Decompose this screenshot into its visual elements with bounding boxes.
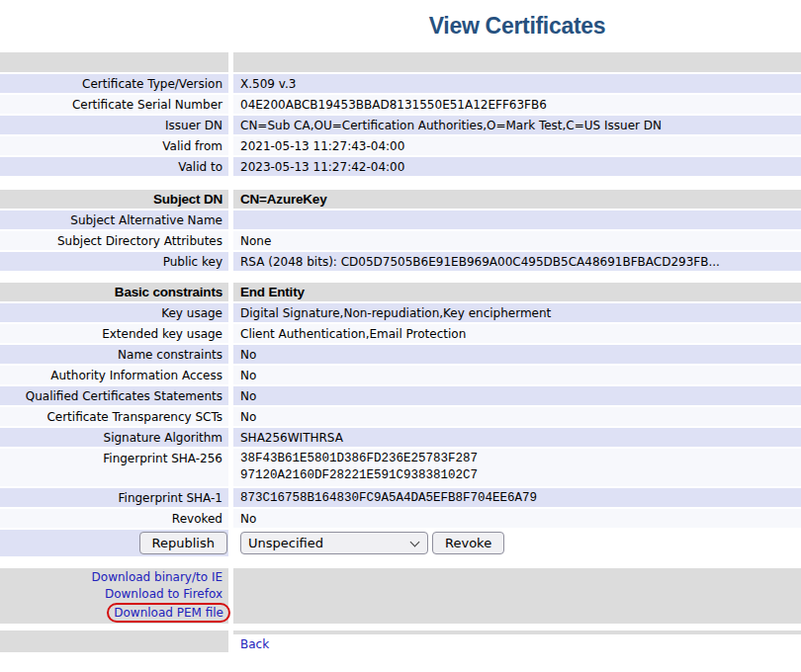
row-value-valid-from: 2021-05-13 11:27:43-04:00 <box>233 136 801 155</box>
row-label-certificate-type: Certificate Type/Version <box>0 74 228 93</box>
table-row: Certificate Serial Number 04E200ABCB1945… <box>0 95 801 114</box>
row-label-name-constraints: Name constraints <box>0 345 228 364</box>
table-row: Fingerprint SHA-256 38F43B61E5801D386FD2… <box>0 449 801 486</box>
fingerprint-sha256-line1: 38F43B61E5801D386FD236E25783F287 <box>240 451 478 467</box>
row-value-key-usage: Digital Signature,Non-repudiation,Key en… <box>233 303 801 322</box>
footer-right: Back <box>233 630 801 652</box>
download-firefox-link[interactable]: Download to Firefox <box>105 586 222 602</box>
republish-button[interactable]: Republish <box>139 532 227 554</box>
table-row: Fingerprint SHA-1 873C16758B164830FC9A5A… <box>0 488 801 507</box>
row-label-extended-key-usage: Extended key usage <box>0 324 228 343</box>
row-label-public-key: Public key <box>0 252 228 271</box>
row-label-key-usage: Key usage <box>0 303 228 322</box>
row-value-issuer-dn: CN=Sub CA,OU=Certification Authorities,O… <box>233 116 801 134</box>
section-header-subject-dn: Subject DN <box>0 190 228 209</box>
actions-row: Republish Unspecified Revoke <box>0 530 801 556</box>
footer-spacer-left <box>0 630 228 652</box>
row-value-fingerprint-sha256: 38F43B61E5801D386FD236E25783F287 97120A2… <box>233 449 801 486</box>
table-row: Subject Alternative Name <box>0 210 801 229</box>
subject-dn-table: Subject DN CN=AzureKey Subject Alternati… <box>0 190 801 271</box>
row-value-valid-to: 2023-05-13 11:27:42-04:00 <box>233 157 801 176</box>
row-value-authority-info-access: No <box>233 366 801 384</box>
row-label-signature-algorithm: Signature Algorithm <box>0 428 228 447</box>
table-row: Qualified Certificates Statements No <box>0 386 801 405</box>
section-header-row: Subject DN CN=AzureKey <box>0 190 801 209</box>
table-row: Key usage Digital Signature,Non-repudiat… <box>0 303 801 322</box>
row-label-valid-to: Valid to <box>0 157 228 176</box>
table-row: Public key RSA (2048 bits): CD05D7505B6E… <box>0 252 801 271</box>
header-spacer-right <box>233 52 801 72</box>
row-label-fingerprint-sha1: Fingerprint SHA-1 <box>0 488 228 507</box>
table-row: Signature Algorithm SHA256WITHRSA <box>0 428 801 447</box>
download-spacer-right <box>233 568 801 624</box>
certificate-info-table: Certificate Type/Version X.509 v.3 Certi… <box>0 52 801 176</box>
row-label-fingerprint-sha256: Fingerprint SHA-256 <box>0 449 228 486</box>
row-value-subject-alt-name <box>233 210 801 229</box>
table-row: Issuer DN CN=Sub CA,OU=Certification Aut… <box>0 116 801 134</box>
revocation-reason-select[interactable]: Unspecified <box>240 532 428 554</box>
row-label-valid-from: Valid from <box>0 136 228 155</box>
footer-section: Back <box>0 630 801 652</box>
row-value-qualified-statements: No <box>233 386 801 405</box>
section-value-subject-dn: CN=AzureKey <box>233 190 801 209</box>
revoke-cell: Unspecified Revoke <box>233 530 801 556</box>
download-row: Download binary/to IE Download to Firefo… <box>0 568 801 624</box>
download-binary-ie-link[interactable]: Download binary/to IE <box>92 569 222 585</box>
row-label-serial-number: Certificate Serial Number <box>0 95 228 114</box>
table-row: Valid from 2021-05-13 11:27:43-04:00 <box>0 136 801 155</box>
row-value-ct-scts: No <box>233 407 801 426</box>
fingerprint-sha256-line2: 97120A2160DF28221E591C93838102C7 <box>240 467 478 484</box>
row-label-authority-info-access: Authority Information Access <box>0 366 228 384</box>
section-value-basic-constraints: End Entity <box>233 283 801 301</box>
revoke-button[interactable]: Revoke <box>432 532 504 554</box>
row-label-ct-scts: Certificate Transparency SCTs <box>0 407 228 426</box>
row-value-extended-key-usage: Client Authentication,Email Protection <box>233 324 801 343</box>
table-row: Certificate Type/Version X.509 v.3 <box>0 74 801 93</box>
table-row: Revoked No <box>0 509 801 528</box>
download-links: Download binary/to IE Download to Firefo… <box>0 568 228 624</box>
row-label-subject-dir-attrs: Subject Directory Attributes <box>0 231 228 250</box>
revocation-reason-select-wrap: Unspecified <box>240 532 428 554</box>
row-value-public-key: RSA (2048 bits): CD05D7505B6E91EB969A00C… <box>233 252 801 271</box>
view-certificates-page: View Certificates Certificate Type/Versi… <box>0 13 801 652</box>
table-row: Certificate Transparency SCTs No <box>0 407 801 426</box>
section-header-row: Basic constraints End Entity <box>0 283 801 301</box>
section-header-basic-constraints: Basic constraints <box>0 283 228 301</box>
footer-back-wrap: Back <box>233 634 801 652</box>
row-label-subject-alt-name: Subject Alternative Name <box>0 210 228 229</box>
table-row: Valid to 2023-05-13 11:27:42-04:00 <box>0 157 801 176</box>
row-value-serial-number: 04E200ABCB19453BBAD8131550E51A12EFF63FB6 <box>233 95 801 114</box>
table-row: Extended key usage Client Authentication… <box>0 324 801 343</box>
back-link[interactable]: Back <box>240 637 269 651</box>
row-label-qualified-statements: Qualified Certificates Statements <box>0 386 228 405</box>
table-header-spacer <box>0 52 801 72</box>
row-value-fingerprint-sha1: 873C16758B164830FC9A5A4DA5EFB8F704EE6A79 <box>233 488 801 507</box>
row-value-name-constraints: No <box>233 345 801 364</box>
pem-annotation-oval: Download PEM file <box>107 603 230 623</box>
row-value-certificate-type: X.509 v.3 <box>233 74 801 93</box>
table-row: Name constraints No <box>0 345 801 364</box>
row-value-signature-algorithm: SHA256WITHRSA <box>233 428 801 447</box>
row-label-revoked: Revoked <box>0 509 228 528</box>
footer-row: Back <box>0 630 801 652</box>
row-value-revoked: No <box>233 509 801 528</box>
header-spacer-left <box>0 52 228 72</box>
republish-cell: Republish <box>0 530 228 556</box>
row-value-subject-dir-attrs: None <box>233 231 801 250</box>
row-label-issuer-dn: Issuer DN <box>0 116 228 134</box>
download-section: Download binary/to IE Download to Firefo… <box>0 568 801 624</box>
table-row: Subject Directory Attributes None <box>0 231 801 250</box>
basic-constraints-table: Basic constraints End Entity Key usage D… <box>0 283 801 556</box>
page-title: View Certificates <box>233 13 801 40</box>
download-pem-link[interactable]: Download PEM file <box>114 606 223 620</box>
table-row: Authority Information Access No <box>0 366 801 384</box>
